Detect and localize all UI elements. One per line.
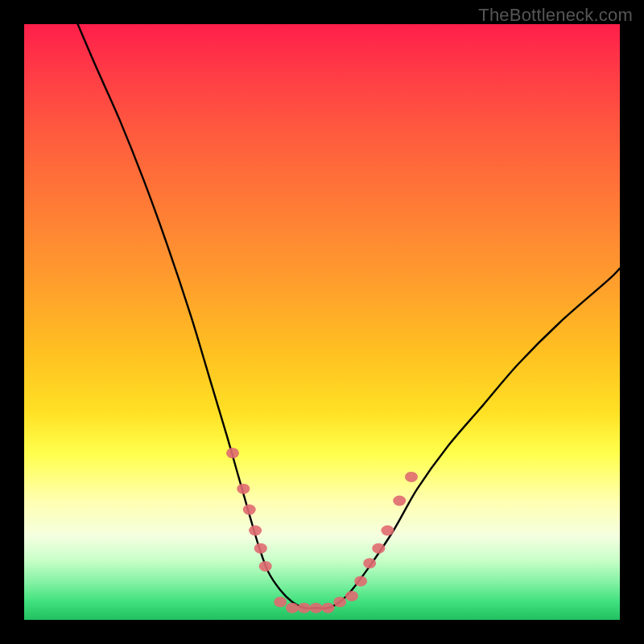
marker-dot [274, 597, 287, 607]
marker-dot [226, 448, 239, 458]
plot-area [24, 24, 620, 620]
marker-dot [354, 576, 367, 586]
marker-dot [243, 505, 256, 515]
curve-overlay [24, 24, 620, 620]
marker-dot [249, 526, 262, 536]
marker-dot [333, 597, 346, 607]
marker-dot [393, 496, 406, 506]
marker-dot [254, 543, 267, 554]
marker-dot [237, 484, 250, 494]
marker-dot [310, 603, 323, 613]
bottleneck-curve [78, 24, 620, 609]
marker-dot [363, 558, 376, 568]
marker-dot [345, 591, 358, 601]
watermark-text: TheBottleneck.com [478, 5, 633, 26]
marker-dot [259, 561, 272, 572]
chart-frame: TheBottleneck.com [0, 0, 644, 644]
marker-dot [372, 543, 385, 554]
marker-dot [381, 526, 394, 536]
highlight-markers [226, 448, 418, 613]
marker-dot [286, 603, 299, 613]
marker-dot [405, 472, 418, 482]
marker-dot [298, 603, 311, 613]
marker-dot [321, 603, 334, 613]
